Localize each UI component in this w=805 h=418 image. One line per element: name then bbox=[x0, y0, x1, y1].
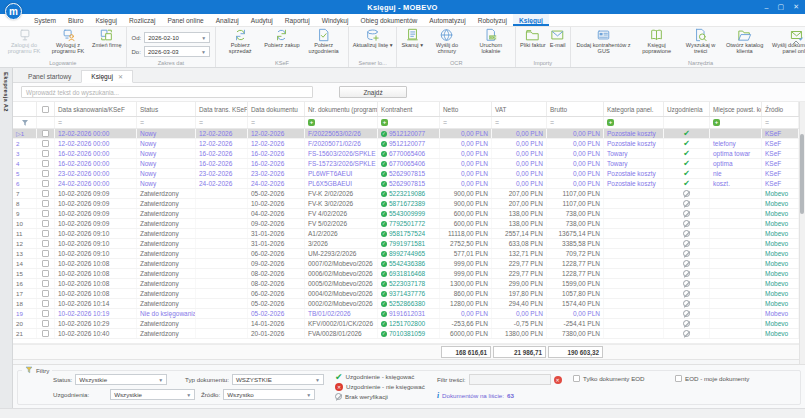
menu-item-automatyzuj[interactable]: Automatyzuj bbox=[423, 14, 471, 26]
menu-item-rozliczaj[interactable]: Rozliczaj bbox=[123, 14, 161, 26]
table-row[interactable]: 1610-02-2026 10:08Zatwierdzony08-02-2026… bbox=[13, 279, 805, 289]
date-picker-do[interactable]: 2026-03-03▼ bbox=[144, 46, 210, 57]
scrollbar-thumb[interactable] bbox=[800, 134, 804, 214]
ribbon-button-zmień-firmę[interactable]: Zmień firmę bbox=[91, 28, 123, 48]
row-checkbox[interactable] bbox=[42, 260, 49, 267]
ribbon-button-aktualizuj-listę[interactable]: Aktualizuj listę ▾ bbox=[352, 28, 394, 48]
table-row[interactable]: 1010-02-2026 09:09Zatwierdzony09-02-2026… bbox=[13, 219, 805, 229]
maximize-button[interactable]: ▢ bbox=[778, 3, 785, 11]
row-checkbox[interactable] bbox=[42, 180, 49, 187]
close-button[interactable]: ✕ bbox=[793, 3, 799, 11]
row-checkbox[interactable] bbox=[42, 140, 49, 147]
ribbon-button-pliki-faktur[interactable]: Pliki faktur bbox=[519, 28, 547, 48]
table-row[interactable]: 1310-02-2026 09:10Zatwierdzony06-02-2026… bbox=[13, 249, 805, 259]
ribbon-group-narzędzia: Dodaj kontrahentów z GUS Księguj poprawi… bbox=[571, 27, 805, 67]
ribbon-button-uruchom-lokalnie[interactable]: OCRUruchom lokalnie bbox=[470, 28, 512, 55]
table-row[interactable]: 523-02-2026 00:00Nowy23-02-202623-02-202… bbox=[13, 169, 805, 179]
row-checkbox[interactable] bbox=[42, 270, 49, 277]
menu-item-panel-online[interactable]: Panel online bbox=[161, 14, 209, 26]
row-checkbox[interactable] bbox=[42, 290, 49, 297]
ribbon-button-wyloguj-z-programu-fk[interactable]: Wyloguj z programu FK bbox=[47, 28, 89, 55]
row-checkbox[interactable] bbox=[42, 170, 49, 177]
row-checkbox[interactable] bbox=[42, 220, 49, 227]
row-checkbox[interactable] bbox=[42, 320, 49, 327]
table-row[interactable]: 316-02-2026 00:00Nowy16-02-202616-02-202… bbox=[13, 149, 805, 159]
row-checkbox[interactable] bbox=[42, 190, 49, 197]
grid-filter-row[interactable]: ====++===++= bbox=[13, 117, 805, 129]
table-row[interactable]: 2110-02-2026 10:40Zatwierdzony20-01-2026… bbox=[13, 329, 805, 339]
table-row[interactable]: 910-02-2026 09:09Zatwierdzony04-02-2026F… bbox=[13, 209, 805, 219]
menu-item-analizuj[interactable]: Analizuj bbox=[210, 14, 245, 26]
table-row[interactable]: 624-02-2026 00:00Nowy24-02-202624-02-202… bbox=[13, 179, 805, 189]
row-checkbox[interactable] bbox=[42, 160, 49, 167]
menu-item-księguj[interactable]: Księguj bbox=[513, 14, 549, 26]
eod-only-checkbox[interactable]: Tylko dokumenty EOD bbox=[573, 375, 645, 382]
row-checkbox[interactable] bbox=[42, 240, 49, 247]
ribbon-button-otwórz-katalog-klienta[interactable]: Otwórz katalog klienta bbox=[724, 28, 766, 55]
menu-item-księguj[interactable]: Księguj bbox=[89, 14, 123, 26]
status-select[interactable]: Wszystkie▼ bbox=[75, 374, 167, 385]
ribbon-button-pobierz-uzgodnienia[interactable]: Pobierz uzgodnienia bbox=[303, 28, 345, 55]
table-row[interactable]: 810-02-2026 09:09Zatwierdzony10-02-2026F… bbox=[13, 199, 805, 209]
row-checkbox[interactable] bbox=[42, 280, 49, 287]
ribbon-button-pobierz-zakup[interactable]: Pobierz zakup bbox=[263, 28, 300, 48]
row-checkbox[interactable] bbox=[42, 330, 49, 337]
menu-item-biuro[interactable]: Biuro bbox=[62, 14, 89, 26]
row-checkbox[interactable] bbox=[42, 150, 49, 157]
menu-item-obieg-dokumentów[interactable]: Obieg dokumentów bbox=[355, 14, 424, 26]
cell-kontrahent: ✓8992744965 bbox=[378, 249, 440, 258]
ribbon-collapse-icon[interactable] bbox=[792, 31, 800, 36]
tab-panel-startowy[interactable]: Panel startowy bbox=[19, 71, 80, 82]
row-checkbox[interactable] bbox=[42, 250, 49, 257]
menu-item-system[interactable]: System bbox=[28, 14, 62, 26]
side-panel-tab[interactable]: Ekspresja A2 bbox=[0, 68, 13, 408]
table-row[interactable]: 2010-02-2026 10:29Zatwierdzony14-01-2026… bbox=[13, 319, 805, 329]
clear-filter-icon[interactable]: ✕ bbox=[554, 376, 562, 384]
ribbon-button-wyszukaj-w-treści[interactable]: Wyszukaj w treści bbox=[680, 28, 722, 55]
eod-mine-checkbox[interactable]: EOD - moje dokumenty bbox=[675, 375, 749, 382]
document-type-select[interactable]: WSZYSTKIE▼ bbox=[232, 374, 324, 385]
row-checkbox[interactable] bbox=[42, 210, 49, 217]
table-row[interactable]: 1110-02-2026 09:10Zatwierdzony31-01-2026… bbox=[13, 229, 805, 239]
tab-księguj[interactable]: Księguj✕ bbox=[81, 70, 133, 83]
ribbon-button-skanuj[interactable]: Skanuj ▾ bbox=[400, 28, 423, 48]
row-checkbox[interactable] bbox=[42, 310, 49, 317]
ribbon-button-wyślij-do-chmury[interactable]: Wyślij do chmury bbox=[426, 28, 468, 55]
expand-row-icon[interactable]: ▷ bbox=[16, 130, 21, 137]
table-row[interactable]: ▷ 112-02-2026 00:00Nowy12-02-202612-02-2… bbox=[13, 129, 805, 139]
cell-netto: -253,66 PLN bbox=[440, 319, 492, 328]
source-select[interactable]: Wszystko▼ bbox=[223, 389, 315, 400]
filter-row-header bbox=[13, 117, 37, 128]
search-input[interactable]: Wprowadź tekst do wyszukania... bbox=[21, 86, 313, 98]
find-button[interactable]: Znajdź bbox=[339, 86, 407, 98]
ribbon-button-pobierz-sprzedaż[interactable]: Pobierz sprzedaż bbox=[219, 28, 261, 55]
content-filter-input[interactable] bbox=[469, 374, 551, 385]
menu-item-robotyzuj[interactable]: Robotyzuj bbox=[472, 14, 513, 26]
menu-item-raportuj[interactable]: Raportuj bbox=[279, 14, 316, 26]
table-row[interactable]: 1210-02-2026 09:10Zatwierdzony31-01-2026… bbox=[13, 239, 805, 249]
reconciliation-select[interactable]: Wszystkie▼ bbox=[110, 389, 195, 400]
row-checkbox[interactable] bbox=[42, 200, 49, 207]
ribbon-button-dodaj-kontrahentów-z-gus[interactable]: Dodaj kontrahentów z GUS bbox=[574, 28, 634, 55]
select-all-checkbox[interactable] bbox=[42, 106, 49, 113]
ribbon-button-e-mail[interactable]: E-mail bbox=[549, 28, 567, 48]
row-checkbox[interactable] bbox=[42, 230, 49, 237]
row-checkbox[interactable] bbox=[42, 300, 49, 307]
table-row[interactable]: 1910-02-2026 10:19Nie do księgowania05-0… bbox=[13, 309, 805, 319]
cell-kategoria: Towary bbox=[604, 149, 664, 158]
table-row[interactable]: 1710-02-2026 10:08Zatwierdzony06-02-2026… bbox=[13, 289, 805, 299]
table-row[interactable]: 1410-02-2026 10:08Zatwierdzony09-02-2026… bbox=[13, 259, 805, 269]
date-picker-od[interactable]: 2026-02-10▼ bbox=[144, 32, 210, 43]
minimize-button[interactable]: – bbox=[765, 4, 769, 11]
ribbon-button-księguj-poprawione[interactable]: Księguj poprawione bbox=[636, 28, 678, 55]
row-checkbox[interactable] bbox=[42, 130, 49, 137]
table-row[interactable]: 1510-02-2026 10:08Zatwierdzony08-02-2026… bbox=[13, 269, 805, 279]
table-row[interactable]: 416-02-2026 00:00Nowy16-02-202616-02-202… bbox=[13, 159, 805, 169]
table-row[interactable]: 212-02-2026 00:00Nowy12-02-202612-02-202… bbox=[13, 139, 805, 149]
tab-close-icon[interactable]: ✕ bbox=[118, 73, 123, 80]
menu-item-audytuj[interactable]: Audytuj bbox=[245, 14, 279, 26]
menu-item-windykuj[interactable]: Windykuj bbox=[316, 14, 355, 26]
table-row[interactable]: 1810-02-2026 10:14Zatwierdzony05-02-2026… bbox=[13, 299, 805, 309]
vertical-scrollbar[interactable] bbox=[799, 102, 805, 364]
table-row[interactable]: 710-02-2026 09:09Zatwierdzony05-02-2026F… bbox=[13, 189, 805, 199]
